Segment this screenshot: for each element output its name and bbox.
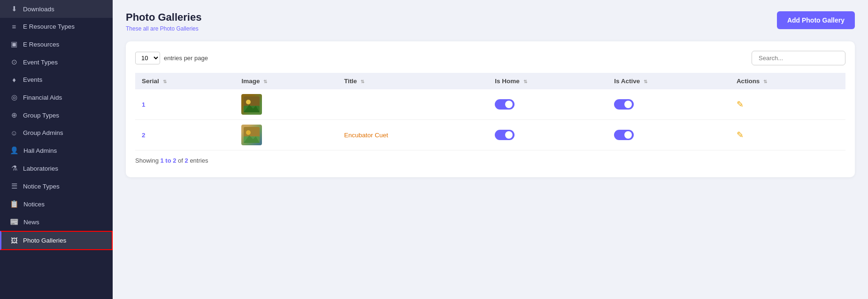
entries-select[interactable]: 10 25 50 [135,52,160,64]
table-row: 2 Encubator Cuet✎ [135,120,845,150]
thumbnail-2 [241,125,262,145]
sort-icon-is-active: ⇅ [644,79,647,84]
cell-title-2: Encubator Cuet [338,120,488,150]
sidebar-item-label-news: News [23,219,39,226]
sidebar-item-events[interactable]: ♦Events [0,71,113,88]
sidebar-item-downloads[interactable]: ⬇Downloads [0,0,113,18]
sidebar-item-label-laboratories: Laboratories [23,165,58,172]
cell-is-home-1 [488,89,607,120]
sidebar-item-photo-galleries[interactable]: 🖼Photo Galleries➔ [0,231,113,250]
e-resource-types-icon: ≡ [10,23,18,31]
entries-label: entries per page [164,55,208,62]
sidebar-item-label-events: Events [23,76,42,83]
photo-galleries-icon: 🖼 [10,236,18,244]
sidebar-item-news[interactable]: 📰News [0,213,113,231]
laboratories-icon: ⚗ [10,164,18,173]
cell-actions-2: ✎ [730,120,845,150]
entries-per-page: 10 25 50 entries per page [135,52,208,64]
sidebar-item-notice-types[interactable]: ☰Notice Types [0,177,113,195]
sidebar-item-hall-admins[interactable]: 👤Hall Admins [0,142,113,159]
cell-image-2 [235,120,337,150]
sidebar-item-label-downloads: Downloads [23,6,54,13]
edit-icon-1[interactable]: ✎ [737,100,744,109]
toggle-slider-is-active-2 [614,130,634,140]
header-text: Photo Galleries These all are Photo Gall… [126,11,201,32]
thumb-svg-1 [244,96,260,112]
add-photo-gallery-button[interactable]: Add Photo Gallery [777,11,855,29]
search-input[interactable] [752,51,845,65]
toggle-is-home-2[interactable] [495,130,515,140]
thumb-svg-2 [244,127,260,143]
cell-image-1 [235,89,337,120]
page-subtitle: These all are Photo Galleries [126,25,201,32]
group-admins-icon: ☺ [10,129,18,137]
sidebar-item-e-resources[interactable]: ▣E Resources [0,35,113,53]
showing-text: Showing 1 to 2 of 2 entries [135,157,845,164]
cell-serial-2: 2 [135,120,235,150]
sort-icon-title: ⇅ [361,79,364,84]
table-row: 1 ✎ [135,89,845,120]
sidebar-item-event-types[interactable]: ⊙Event Types [0,53,113,71]
col-is-active: Is Active ⇅ [607,73,730,89]
col-title: Title ⇅ [338,73,488,89]
sidebar-item-label-notice-types: Notice Types [23,183,60,190]
serial-link-1[interactable]: 1 [142,101,146,108]
page-title: Photo Galleries [126,11,201,24]
sidebar-item-label-e-resource-types: E Resource Types [23,23,75,30]
cell-title-1 [338,89,488,120]
toggle-slider-is-home-1 [495,99,515,110]
cell-is-active-1 [607,89,730,120]
sidebar-item-label-group-types: Group Types [23,112,59,119]
sidebar-item-label-photo-galleries: Photo Galleries [23,237,66,244]
edit-icon-2[interactable]: ✎ [737,130,744,140]
cell-serial-1: 1 [135,89,235,120]
toggle-is-active-2[interactable] [614,130,634,140]
hall-admins-icon: 👤 [10,146,19,155]
toggle-slider-is-active-1 [614,99,634,110]
serial-link-2[interactable]: 2 [142,132,146,139]
toggle-is-active-1[interactable] [614,99,634,110]
thumbnail-1 [241,94,262,115]
sidebar-item-group-admins[interactable]: ☺Group Admins [0,124,113,142]
cell-is-active-2 [607,120,730,150]
sidebar-item-e-resource-types[interactable]: ≡E Resource Types [0,18,113,35]
photo-galleries-table: Serial ⇅ Image ⇅ Title ⇅ Is Home ⇅ Is Ac… [135,73,845,150]
sort-icon-image: ⇅ [263,79,267,84]
sort-icon-is-home: ⇅ [523,79,527,84]
sidebar-item-group-types[interactable]: ⊕Group Types [0,106,113,124]
col-serial: Serial ⇅ [135,73,235,89]
sidebar-item-laboratories[interactable]: ⚗Laboratories [0,159,113,177]
event-types-icon: ⊙ [10,58,18,66]
table-body: 1 ✎2 Encubator Cuet✎ [135,89,845,150]
sidebar-item-label-event-types: Event Types [23,59,58,66]
toggle-is-home-1[interactable] [495,99,515,110]
cell-is-home-2 [488,120,607,150]
sidebar-item-label-hall-admins: Hall Admins [23,147,57,154]
financial-aids-icon: ◎ [10,93,18,102]
sidebar: ⬇Downloads≡E Resource Types▣E Resources⊙… [0,0,113,299]
sidebar-item-label-group-admins: Group Admins [23,129,63,136]
cell-actions-1: ✎ [730,89,845,120]
showing-range: 1 to 2 [160,157,176,164]
toggle-slider-is-home-2 [495,130,515,140]
sidebar-item-label-e-resources: E Resources [23,41,59,48]
col-image: Image ⇅ [235,73,337,89]
table-controls: 10 25 50 entries per page [135,51,845,65]
sidebar-item-notices[interactable]: 📋Notices [0,195,113,213]
page-header: Photo Galleries These all are Photo Gall… [126,11,855,32]
showing-total: 2 [185,157,188,164]
svg-point-2 [246,100,251,104]
sidebar-item-label-notices: Notices [23,201,45,208]
table-head: Serial ⇅ Image ⇅ Title ⇅ Is Home ⇅ Is Ac… [135,73,845,89]
sidebar-item-financial-aids[interactable]: ◎Financial Aids [0,88,113,106]
table-header-row: Serial ⇅ Image ⇅ Title ⇅ Is Home ⇅ Is Ac… [135,73,845,89]
downloads-icon: ⬇ [10,5,18,13]
col-actions: Actions ⇅ [730,73,845,89]
table-card: 10 25 50 entries per page Serial ⇅ Image… [126,41,855,177]
sort-icon-serial: ⇅ [163,79,167,84]
notice-types-icon: ☰ [10,182,18,190]
col-is-home: Is Home ⇅ [488,73,607,89]
sidebar-item-label-financial-aids: Financial Aids [23,94,62,101]
main-content: Photo Galleries These all are Photo Gall… [113,0,868,299]
group-types-icon: ⊕ [10,111,18,119]
